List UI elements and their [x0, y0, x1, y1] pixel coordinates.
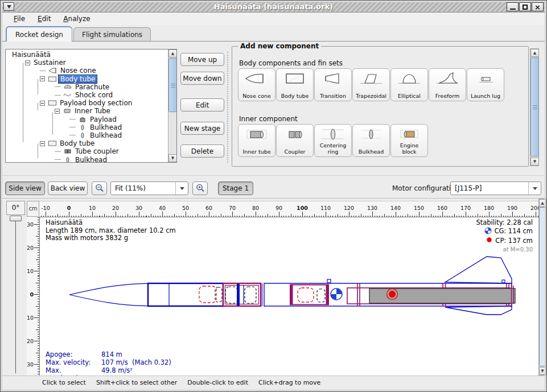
tree-item-label[interactable]: Bulkhead	[73, 156, 109, 163]
motor-configuration-select[interactable]: [J115-P]	[450, 181, 541, 195]
close-button[interactable]: ×	[532, 2, 544, 11]
back-view-button[interactable]: Back view	[48, 181, 88, 195]
collapse-icon[interactable]	[55, 109, 60, 114]
tree-item-label[interactable]: Sustainer	[32, 59, 68, 67]
v-ruler-label: -20	[27, 245, 34, 251]
h-ruler-label: 160	[437, 205, 447, 211]
add-launch-lug-button[interactable]: Launch lug	[467, 68, 504, 101]
rotation-slider[interactable]	[15, 218, 16, 373]
tree-scrollbar-thumb[interactable]	[168, 58, 177, 112]
tree-item[interactable]: Bulkhead	[6, 123, 167, 131]
new-stage-button[interactable]: New stage	[180, 122, 224, 135]
tree-item-label[interactable]: Payload body section	[58, 99, 134, 107]
tree-item[interactable]: Bulkhead	[6, 131, 167, 139]
tree-item[interactable]: Body tube	[6, 139, 167, 147]
add-centering-ring-button[interactable]: Centering ring	[314, 124, 352, 157]
move-down-button[interactable]: Move down	[180, 72, 224, 85]
tree-item-label[interactable]: Bulkhead	[88, 131, 124, 139]
dropdown-button[interactable]	[175, 182, 188, 195]
flight-info-value: 107 m/s (Mach 0.32)	[101, 358, 171, 366]
title-bar[interactable]: Haisunäätä (haisunaata.ork) ×	[1, 1, 546, 13]
side-view-button[interactable]: Side view	[5, 181, 45, 195]
cp-value: CP: 137 cm	[495, 237, 533, 245]
tree-item-label[interactable]: Nose cone	[59, 67, 98, 75]
stage-1-toggle[interactable]: Stage 1	[218, 181, 253, 195]
transition-icon	[315, 71, 351, 86]
body-tube-shape[interactable]	[148, 283, 223, 306]
minimize-button[interactable]	[507, 2, 519, 11]
tree-item[interactable]: Nose cone	[6, 67, 167, 75]
nose-cone-shape[interactable]	[69, 283, 148, 306]
tree-item-label[interactable]: Body tube	[58, 75, 97, 84]
add-engine-block-button[interactable]: Engine block	[390, 124, 428, 157]
component-tree[interactable]: HaisunäätäSustainerNose coneBody tubePar…	[5, 49, 177, 163]
tree-scrollbar[interactable]: ▲ ▼	[168, 49, 176, 162]
delete-button[interactable]: Delete	[180, 145, 224, 158]
rotation-slider-handle[interactable]	[10, 216, 22, 221]
tree-item[interactable]: Payload	[6, 115, 167, 123]
scroll-up-icon[interactable]: ▲	[539, 199, 546, 207]
add-coupler-button[interactable]: Coupler	[276, 124, 314, 157]
add-elliptical-button[interactable]: Elliptical	[390, 68, 428, 101]
stability-condition: at M=0.30	[476, 246, 533, 254]
tree-item-label[interactable]: Parachute	[73, 83, 111, 91]
move-up-button[interactable]: Move up	[180, 53, 224, 66]
tree-item-label[interactable]: Payload	[88, 115, 118, 123]
tree-item[interactable]: Payload body section	[6, 99, 167, 107]
add-freeform-button[interactable]: Freeform	[429, 68, 466, 101]
collapse-icon[interactable]	[40, 141, 45, 146]
add-trapezoidal-button[interactable]: Trapezoidal	[352, 68, 390, 101]
component-panel-scrollbar[interactable]: ▲ ▼	[530, 48, 539, 166]
tab-flight-simulations[interactable]: Flight simulations	[73, 27, 151, 41]
add-transition-button[interactable]: Transition	[314, 68, 352, 101]
tree-item-label[interactable]: Tube coupler	[73, 147, 121, 155]
collapse-icon[interactable]	[40, 101, 45, 106]
tree-item[interactable]: Tube coupler	[6, 147, 167, 155]
zoom-level-select[interactable]: Fit (11%)	[110, 181, 188, 195]
add-inner-tube-button[interactable]: Inner tube	[238, 124, 275, 157]
tree-connector	[40, 71, 46, 71]
canvas-scrollbar[interactable]: ▲ ▼	[538, 199, 546, 376]
dropdown-button[interactable]	[528, 182, 541, 195]
zoom-out-button[interactable]	[92, 181, 107, 195]
tree-item[interactable]: Bulkhead	[6, 155, 167, 163]
tree-item[interactable]: Parachute	[6, 83, 167, 91]
tree-item[interactable]: Haisunäätä	[6, 51, 167, 59]
tree-item[interactable]: Inner Tube	[6, 107, 167, 115]
add-bulkhead-button[interactable]: Bulkhead	[352, 124, 390, 157]
stability-value: Stability: 2.28 cal	[476, 219, 533, 227]
maximize-button[interactable]	[519, 2, 531, 11]
panel-splitter[interactable]	[227, 52, 229, 163]
menu-analyze[interactable]: Analyze	[58, 14, 95, 24]
parachute-icon	[62, 84, 73, 90]
scroll-down-icon[interactable]: ▼	[530, 158, 539, 166]
tree-item[interactable]: Sustainer	[6, 59, 167, 67]
collapse-icon[interactable]	[25, 60, 30, 65]
scroll-up-icon[interactable]: ▲	[530, 49, 539, 57]
canvas-scrollbar-thumb[interactable]	[539, 207, 546, 366]
tab-rocket-design[interactable]: Rocket design	[6, 26, 72, 42]
tree-item-label[interactable]: Haisunäätä	[10, 51, 52, 59]
payload-section-shape[interactable]	[223, 283, 261, 306]
scroll-up-icon[interactable]: ▲	[168, 49, 177, 57]
scroll-down-icon[interactable]: ▼	[168, 154, 177, 162]
tree-item-label[interactable]: Shock cord	[73, 91, 114, 99]
tree-item[interactable]: Shock cord	[6, 91, 167, 99]
add-component-title: Add new component	[238, 42, 321, 50]
panel-scrollbar-thumb[interactable]	[530, 57, 539, 156]
add-body-tube-button[interactable]: Body tube	[276, 68, 314, 101]
add-nose-cone-button[interactable]: Nose cone	[238, 68, 275, 101]
view-toolbar: Side view Back view Fit (11%) Stage 1 Mo…	[2, 175, 546, 199]
component-button-label: Transition	[315, 93, 351, 99]
tree-item-label[interactable]: Body tube	[58, 139, 96, 147]
rocket-canvas[interactable]: Haisunäätä Length 189 cm, max. diameter …	[39, 217, 538, 376]
zoom-in-button[interactable]	[192, 181, 208, 195]
tree-item[interactable]: Body tube	[6, 75, 167, 83]
tree-item-label[interactable]: Bulkhead	[88, 123, 124, 131]
tree-item-label[interactable]: Inner Tube	[73, 107, 112, 115]
menu-edit[interactable]: Edit	[32, 14, 56, 24]
scroll-down-icon[interactable]: ▼	[539, 367, 546, 375]
menu-file[interactable]: File	[9, 14, 30, 24]
edit-button[interactable]: Edit	[180, 98, 224, 112]
collapse-icon[interactable]	[40, 76, 45, 81]
